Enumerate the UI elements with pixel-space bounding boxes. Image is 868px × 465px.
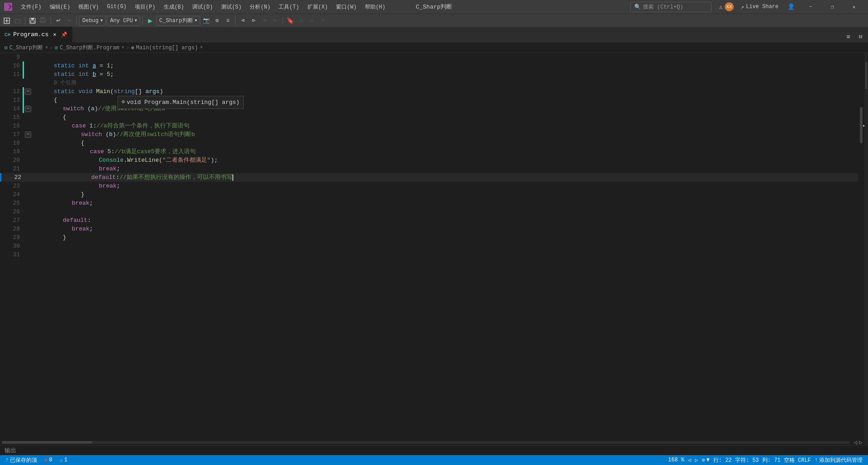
code-19[interactable]: case 5://b满足case5要求，进入语句: [32, 147, 858, 156]
git-bar-30: [23, 242, 24, 250]
fold-icon-12[interactable]: −: [25, 89, 31, 95]
breadcrumb-namespace[interactable]: C_Sharp判断.Program ▼: [60, 44, 124, 52]
save-btn[interactable]: [28, 16, 38, 26]
menu-help[interactable]: 帮助(H): [361, 2, 389, 12]
search-box[interactable]: 🔍 搜索 (Ctrl+Q): [630, 2, 712, 12]
menu-bar: 文件(F) 编辑(E) 视图(V) Git(G) 项目(P) 生成(B) 调试(…: [17, 2, 389, 12]
code-25[interactable]: break;: [32, 199, 858, 207]
close-button[interactable]: ✕: [844, 0, 864, 14]
git-status[interactable]: ↑ 已保存的顶: [4, 455, 39, 465]
code-28[interactable]: break;: [32, 225, 858, 233]
run-btn[interactable]: ▶: [145, 16, 155, 26]
menu-view[interactable]: 视图(V): [75, 2, 103, 12]
settings-btn[interactable]: ⚙: [212, 16, 222, 26]
line-num-20: 20: [0, 156, 23, 164]
warnings-status[interactable]: ⚠ 1: [58, 455, 69, 465]
account-settings-icon[interactable]: 👤: [786, 3, 797, 10]
code-21[interactable]: break;: [32, 164, 858, 173]
output-label[interactable]: 输出: [5, 446, 16, 455]
restore-button[interactable]: ❐: [822, 0, 843, 14]
line-num-13: 13: [0, 96, 23, 104]
vertical-scrollbar[interactable]: [858, 53, 864, 440]
platform-dropdown[interactable]: Any CPU ▼: [107, 16, 140, 26]
horizontal-scrollbar[interactable]: ◁ ▷: [0, 440, 864, 445]
code-10[interactable]: static int a = 1;: [32, 61, 858, 70]
code-17[interactable]: switch (b)//再次使用switch语句判断b: [32, 130, 858, 139]
hscroll-right-btn[interactable]: ▷: [859, 439, 863, 445]
tab-pin-icon[interactable]: 📌: [61, 32, 67, 38]
menu-file[interactable]: 文件(F): [17, 2, 45, 12]
errors-status[interactable]: ⊗ 0: [42, 455, 54, 465]
save-all-btn[interactable]: [38, 16, 48, 26]
fold-12[interactable]: −: [24, 89, 32, 95]
nav-dropdown-btn[interactable]: ⊙▼: [700, 455, 711, 465]
line-16: 16 case 1://a符合第一个条件，执行下面语句: [0, 122, 858, 130]
code-14[interactable]: switch (a)//使用switch语句判断a: [32, 104, 858, 113]
breadcrumb-member[interactable]: Main(string[] args) ▼: [136, 45, 203, 51]
menu-tools[interactable]: 工具(T): [275, 2, 303, 12]
code-23[interactable]: break;: [32, 182, 858, 190]
code-22[interactable]: default://如果不想执行没有的操作，可以不用书写: [33, 173, 858, 182]
code-24[interactable]: }: [32, 190, 858, 199]
fold-17[interactable]: −: [24, 132, 32, 138]
screenshot-btn[interactable]: 📷: [201, 16, 211, 26]
code-12[interactable]: static void Main(string[] args): [32, 87, 858, 96]
bookmark-clear-btn: ×: [318, 16, 328, 26]
live-share-button[interactable]: ↗ Live Share: [737, 2, 782, 12]
toolbar-btn-8[interactable]: ⊳: [249, 16, 259, 26]
title-bar: 文件(F) 编辑(E) 视图(V) Git(G) 项目(P) 生成(B) 调试(…: [0, 0, 868, 14]
git-bar-11: [23, 70, 24, 79]
breadcrumb-project[interactable]: C_Sharp判断 ▼: [9, 44, 48, 52]
menu-debug[interactable]: 调试(D): [189, 2, 217, 12]
code-11[interactable]: static int b = 5;: [32, 70, 858, 79]
hscroll-left-btn[interactable]: ◁: [854, 439, 857, 445]
line-num-14: 14: [0, 104, 23, 113]
code-13[interactable]: {: [32, 96, 858, 104]
editor[interactable]: 9 10 static int a = 1;: [0, 53, 864, 445]
menu-analyze[interactable]: 分析(N): [246, 2, 274, 12]
nav-next-btn[interactable]: ▷: [693, 455, 700, 465]
tab-split-btn[interactable]: ⊟: [855, 31, 866, 42]
debug-mode-label: Debug: [82, 18, 99, 24]
zoom-status[interactable]: 168 %: [666, 455, 686, 465]
toolbar-btn-7[interactable]: ⊲: [238, 16, 248, 26]
code-20[interactable]: Console.WriteLine("二者条件都满足");: [32, 156, 858, 164]
code-16[interactable]: case 1://a符合第一个条件，执行下面语句: [32, 122, 858, 130]
new-project-btn[interactable]: [2, 16, 12, 26]
fold-icon-14[interactable]: −: [25, 106, 31, 112]
menu-edit[interactable]: 编辑(E): [46, 2, 74, 12]
menu-test[interactable]: 测试(S): [217, 2, 245, 12]
tab-program-cs[interactable]: C# Program.cs ✕ 📌: [0, 27, 72, 42]
undo-btn[interactable]: ↩: [53, 16, 63, 26]
nav-prev-btn[interactable]: ◁: [686, 455, 693, 465]
toolbar-btn-6[interactable]: ≡: [223, 16, 233, 26]
menu-extensions[interactable]: 扩展(X): [304, 2, 332, 12]
git-bar-25: [23, 199, 24, 207]
open-btn[interactable]: [13, 16, 23, 26]
add-to-repo-btn[interactable]: ↑ 添加到源代码管理: [813, 455, 864, 465]
breadcrumb-member-label: Main(string[] args): [136, 45, 198, 51]
code-27[interactable]: default:: [32, 216, 858, 225]
breadcrumb-sep-2: ›: [126, 45, 129, 51]
scrollbar-thumb[interactable]: [860, 107, 863, 143]
tab-list-btn[interactable]: ≡: [843, 31, 854, 42]
menu-window[interactable]: 窗口(W): [332, 2, 360, 12]
debug-mode-dropdown[interactable]: Debug ▼: [79, 16, 106, 26]
position-status[interactable]: 行: 22 字符: 53 列: 71 空格 CRLF: [712, 455, 813, 465]
menu-git[interactable]: Git(G): [104, 3, 130, 11]
error-count: 0: [49, 457, 52, 463]
code-15[interactable]: {: [32, 113, 858, 122]
fold-14[interactable]: −: [24, 106, 32, 112]
tab-close-program-cs[interactable]: ✕: [51, 31, 58, 38]
code-29[interactable]: }: [32, 233, 858, 242]
minimize-button[interactable]: −: [800, 0, 821, 14]
code-18[interactable]: {: [32, 139, 858, 147]
hscroll-thumb[interactable]: [2, 441, 92, 444]
menu-build[interactable]: 生成(B): [160, 2, 188, 12]
menu-project[interactable]: 项目(P): [131, 2, 159, 12]
bookmark-btn[interactable]: 🔖: [285, 16, 295, 26]
git-bar-29: [23, 233, 24, 242]
run-target-dropdown[interactable]: C_Sharp判断 ▼: [156, 16, 200, 26]
toolbar-sep-3: [76, 17, 77, 25]
fold-icon-17[interactable]: −: [25, 132, 31, 138]
